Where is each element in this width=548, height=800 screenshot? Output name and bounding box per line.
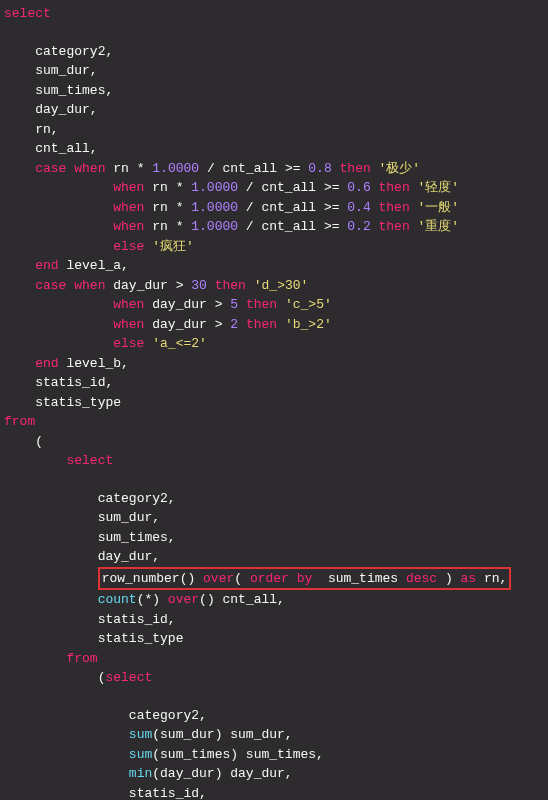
token-ident [207, 278, 215, 293]
token-ident: statis_type [35, 395, 121, 410]
token-str: 'd_>30' [254, 278, 309, 293]
token-ident: / cnt_all >= [238, 200, 347, 215]
code-line: rn, [4, 120, 544, 140]
token-str: 'c_>5' [285, 297, 332, 312]
token-ident [371, 200, 379, 215]
token-num: 5 [230, 297, 238, 312]
token-ident: category2, [129, 708, 207, 723]
token-ident: sum_times, [98, 530, 176, 545]
token-ident: statis_id, [98, 612, 176, 627]
code-line: end level_b, [4, 354, 544, 374]
token-ident [238, 317, 246, 332]
token-kw: when [113, 219, 144, 234]
token-func: min [129, 766, 152, 781]
token-ident: ( [35, 434, 43, 449]
token-ident: day_dur > [144, 297, 230, 312]
token-ident [410, 219, 418, 234]
token-ident [371, 180, 379, 195]
token-ident: sum_dur, [98, 510, 160, 525]
token-ident: (day_dur) day_dur, [152, 766, 292, 781]
token-str: '极少' [379, 161, 421, 176]
token-kw: then [246, 317, 277, 332]
token-ident: category2, [98, 491, 176, 506]
token-kw: then [379, 200, 410, 215]
token-kw: by [297, 571, 313, 586]
code-line: ( [4, 432, 544, 452]
token-num: 30 [191, 278, 207, 293]
token-num: 0.2 [347, 219, 370, 234]
token-ident: / cnt_all >= [238, 219, 347, 234]
code-line: statis_type [4, 393, 544, 413]
token-func: sum [129, 727, 152, 742]
token-num: 0.6 [347, 180, 370, 195]
token-kw: select [66, 453, 113, 468]
code-line: category2, [4, 489, 544, 509]
code-line: statis_id, [4, 784, 544, 801]
code-line: statis_type [4, 629, 544, 649]
token-str: '重度' [418, 219, 460, 234]
token-kw: case [35, 278, 66, 293]
token-str: 'a_<=2' [152, 336, 207, 351]
code-line [4, 471, 544, 489]
code-line: cnt_all, [4, 139, 544, 159]
token-kw: when [113, 180, 144, 195]
token-ident: rn, [35, 122, 58, 137]
code-line: when day_dur > 5 then 'c_>5' [4, 295, 544, 315]
code-line: sum_dur, [4, 508, 544, 528]
token-str: '轻度' [418, 180, 460, 195]
token-str: '一般' [418, 200, 460, 215]
token-ident: / cnt_all >= [238, 180, 347, 195]
token-kw: desc [406, 571, 437, 586]
token-num: 0.8 [308, 161, 331, 176]
token-kw: from [4, 414, 35, 429]
code-line: row_number() over( order by sum_times de… [4, 567, 544, 591]
code-line: statis_id, [4, 373, 544, 393]
token-ident: day_dur, [98, 549, 160, 564]
code-line: else '疯狂' [4, 237, 544, 257]
token-num: 1.0000 [152, 161, 199, 176]
token-ident: rn * [144, 180, 191, 195]
token-kw: else [113, 239, 144, 254]
token-ident: rn * [144, 219, 191, 234]
token-ident: rn * [144, 200, 191, 215]
token-kw: when [113, 297, 144, 312]
token-ident: rn, [476, 571, 507, 586]
token-ident: category2, [35, 44, 113, 59]
code-line [4, 688, 544, 706]
token-num: 1.0000 [191, 200, 238, 215]
code-line: min(day_dur) day_dur, [4, 764, 544, 784]
code-line: count(*) over() cnt_all, [4, 590, 544, 610]
code-line: sum(sum_times) sum_times, [4, 745, 544, 765]
token-ident: day_dur > [144, 317, 230, 332]
token-kw: select [105, 670, 152, 685]
token-ident: / cnt_all >= [199, 161, 308, 176]
token-func: sum [129, 747, 152, 762]
code-line: from [4, 649, 544, 669]
token-kw: then [340, 161, 371, 176]
token-ident [238, 297, 246, 312]
token-kw: select [4, 6, 51, 21]
token-ident: row_number() [102, 571, 203, 586]
token-ident: (*) [137, 592, 168, 607]
token-ident: cnt_all, [35, 141, 97, 156]
token-kw: when [74, 278, 105, 293]
token-ident [410, 180, 418, 195]
token-num: 0.4 [347, 200, 370, 215]
code-line: end level_a, [4, 256, 544, 276]
token-ident [277, 317, 285, 332]
token-ident [289, 571, 297, 586]
token-kw: then [215, 278, 246, 293]
token-ident: () cnt_all, [199, 592, 285, 607]
token-ident: statis_id, [35, 375, 113, 390]
code-line: else 'a_<=2' [4, 334, 544, 354]
token-ident: ) [437, 571, 460, 586]
token-ident [246, 278, 254, 293]
code-line: sum_dur, [4, 61, 544, 81]
token-kw: else [113, 336, 144, 351]
code-line: day_dur, [4, 547, 544, 567]
token-ident [371, 161, 379, 176]
code-line: day_dur, [4, 100, 544, 120]
token-kw: then [379, 219, 410, 234]
token-ident: statis_type [98, 631, 184, 646]
code-line: category2, [4, 42, 544, 62]
